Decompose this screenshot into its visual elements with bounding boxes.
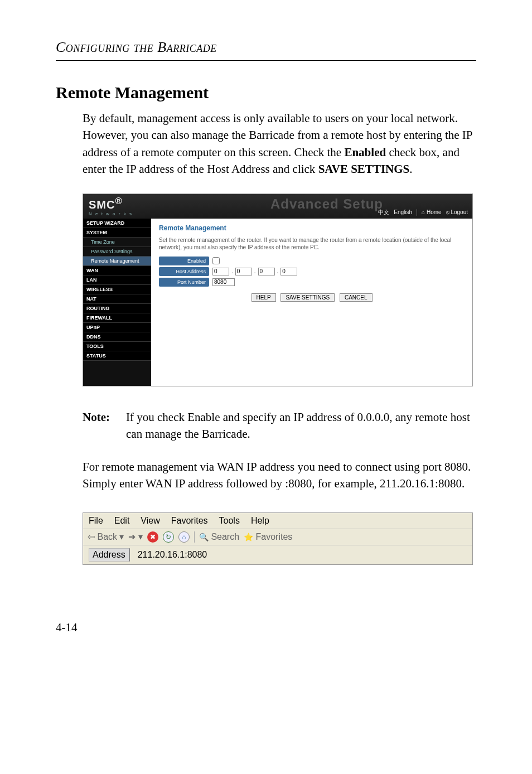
search-button[interactable]: Search — [199, 532, 239, 542]
address-bar: Address 211.20.16.1:8080 — [83, 545, 472, 564]
enabled-checkbox[interactable] — [212, 257, 220, 264]
paragraph-remote-mgmt: For remote management via WAN IP address… — [83, 458, 476, 492]
router-main: Remote Management Set the remote managem… — [151, 219, 472, 386]
header-rule — [56, 60, 476, 61]
address-value[interactable]: 211.20.16.1:8080 — [138, 550, 207, 560]
section-title: Remote Management — [56, 83, 476, 102]
router-screenshot: SMC® N e t w o r k s Advanced Setup 中文 E… — [83, 194, 473, 386]
sidebar-status[interactable]: STATUS — [83, 351, 151, 361]
refresh-icon[interactable]: ↻ — [163, 531, 174, 543]
browser-toolbar: ⇦ Back ▾ ➔ ▾ ✖ ↻ ⌂ Search Favorites — [83, 529, 472, 545]
host-octet-2[interactable] — [235, 268, 252, 275]
panel-title: Remote Management — [159, 224, 465, 232]
sidebar-wireless[interactable]: WIRELESS — [83, 285, 151, 294]
lang-chinese-link[interactable]: 中文 — [378, 209, 389, 216]
lang-english-link[interactable]: English — [394, 209, 412, 215]
menu-view[interactable]: View — [141, 516, 159, 526]
note-block: Note: If you check Enable and specify an… — [83, 409, 476, 443]
sidebar-remote-management[interactable]: Remote Management — [83, 257, 151, 266]
menu-edit[interactable]: Edit — [114, 516, 130, 526]
help-button[interactable]: HELP — [252, 293, 276, 302]
logout-link[interactable]: ⎋ Logout — [446, 209, 468, 215]
note-text: If you check Enable and specify an IP ad… — [126, 409, 476, 443]
browser-screenshot: File Edit View Favorites Tools Help ⇦ Ba… — [83, 512, 473, 565]
enabled-label: Enabled — [159, 257, 209, 265]
sidebar-tools[interactable]: TOOLS — [83, 342, 151, 351]
sidebar-system[interactable]: SYSTEM — [83, 228, 151, 238]
page-number: 4-14 — [56, 621, 476, 635]
sidebar-ddns[interactable]: DDNS — [83, 332, 151, 342]
note-label: Note: — [83, 409, 126, 443]
address-label: Address — [89, 548, 130, 562]
sidebar-upnp[interactable]: UPnP — [83, 323, 151, 332]
back-button[interactable]: ⇦ Back ▾ — [88, 531, 124, 542]
chapter-header: Configuring the Barricade — [56, 39, 476, 56]
router-header: SMC® N e t w o r k s Advanced Setup 中文 E… — [83, 194, 472, 219]
port-number-input[interactable] — [212, 278, 235, 286]
menu-favorites[interactable]: Favorites — [171, 516, 208, 526]
menu-tools[interactable]: Tools — [219, 516, 240, 526]
favorites-button[interactable]: Favorites — [244, 532, 292, 542]
forward-button[interactable]: ➔ ▾ — [128, 531, 142, 542]
port-number-label: Port Number — [159, 278, 209, 287]
save-settings-button[interactable]: SAVE SETTINGS — [280, 293, 335, 302]
host-octet-1[interactable] — [212, 268, 229, 275]
panel-description: Set the remote management of the router.… — [159, 236, 465, 251]
sidebar-wan[interactable]: WAN — [83, 266, 151, 275]
sidebar-firewall[interactable]: FIREWALL — [83, 313, 151, 323]
sidebar-routing[interactable]: ROUTING — [83, 304, 151, 313]
router-sidebar: SETUP WIZARD SYSTEM Time Zone Password S… — [83, 219, 151, 386]
host-octet-3[interactable] — [258, 268, 275, 275]
intro-paragraph: By default, management access is only av… — [83, 110, 476, 178]
sidebar-setup-wizard[interactable]: SETUP WIZARD — [83, 219, 151, 228]
sidebar-lan[interactable]: LAN — [83, 275, 151, 285]
smc-logo: SMC® N e t w o r k s — [83, 194, 138, 219]
sidebar-time-zone[interactable]: Time Zone — [83, 238, 151, 247]
cancel-button[interactable]: CANCEL — [340, 293, 373, 302]
host-octet-4[interactable] — [280, 268, 297, 275]
home-icon[interactable]: ⌂ — [178, 531, 190, 543]
sidebar-nat[interactable]: NAT — [83, 294, 151, 304]
sidebar-password-settings[interactable]: Password Settings — [83, 247, 151, 257]
menu-file[interactable]: File — [89, 516, 103, 526]
home-link[interactable]: ⌂ Home — [422, 209, 442, 215]
menu-help[interactable]: Help — [251, 516, 269, 526]
advanced-setup-text: Advanced Setup — [270, 196, 383, 212]
browser-menu: File Edit View Favorites Tools Help — [83, 513, 472, 529]
host-address-label: Host Address — [159, 267, 209, 276]
top-links: 中文 English ⌂ Home ⎋ Logout — [378, 209, 468, 216]
stop-icon[interactable]: ✖ — [147, 531, 158, 543]
